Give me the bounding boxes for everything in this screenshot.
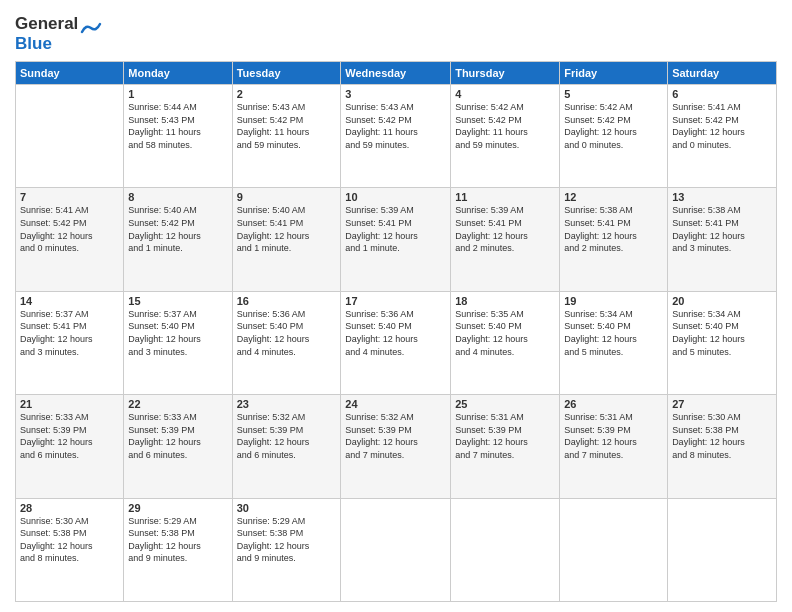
day-number: 22 bbox=[128, 398, 227, 410]
day-info: Sunrise: 5:30 AM Sunset: 5:38 PM Dayligh… bbox=[20, 515, 119, 565]
day-number: 11 bbox=[455, 191, 555, 203]
calendar-cell: 17Sunrise: 5:36 AM Sunset: 5:40 PM Dayli… bbox=[341, 291, 451, 394]
calendar-cell: 27Sunrise: 5:30 AM Sunset: 5:38 PM Dayli… bbox=[668, 395, 777, 498]
day-number: 10 bbox=[345, 191, 446, 203]
calendar-cell: 23Sunrise: 5:32 AM Sunset: 5:39 PM Dayli… bbox=[232, 395, 341, 498]
day-info: Sunrise: 5:36 AM Sunset: 5:40 PM Dayligh… bbox=[345, 308, 446, 358]
day-info: Sunrise: 5:33 AM Sunset: 5:39 PM Dayligh… bbox=[20, 411, 119, 461]
day-info: Sunrise: 5:34 AM Sunset: 5:40 PM Dayligh… bbox=[672, 308, 772, 358]
calendar-cell: 26Sunrise: 5:31 AM Sunset: 5:39 PM Dayli… bbox=[560, 395, 668, 498]
calendar-cell: 4Sunrise: 5:42 AM Sunset: 5:42 PM Daylig… bbox=[451, 85, 560, 188]
calendar-cell: 25Sunrise: 5:31 AM Sunset: 5:39 PM Dayli… bbox=[451, 395, 560, 498]
day-info: Sunrise: 5:40 AM Sunset: 5:42 PM Dayligh… bbox=[128, 204, 227, 254]
calendar-cell: 3Sunrise: 5:43 AM Sunset: 5:42 PM Daylig… bbox=[341, 85, 451, 188]
day-number: 20 bbox=[672, 295, 772, 307]
logo-wave-icon bbox=[80, 18, 102, 40]
day-info: Sunrise: 5:33 AM Sunset: 5:39 PM Dayligh… bbox=[128, 411, 227, 461]
day-number: 29 bbox=[128, 502, 227, 514]
day-number: 17 bbox=[345, 295, 446, 307]
calendar-cell: 9Sunrise: 5:40 AM Sunset: 5:41 PM Daylig… bbox=[232, 188, 341, 291]
day-info: Sunrise: 5:34 AM Sunset: 5:40 PM Dayligh… bbox=[564, 308, 663, 358]
day-number: 5 bbox=[564, 88, 663, 100]
day-info: Sunrise: 5:41 AM Sunset: 5:42 PM Dayligh… bbox=[20, 204, 119, 254]
day-info: Sunrise: 5:44 AM Sunset: 5:43 PM Dayligh… bbox=[128, 101, 227, 151]
header-cell-sunday: Sunday bbox=[16, 62, 124, 85]
day-number: 4 bbox=[455, 88, 555, 100]
calendar-cell: 19Sunrise: 5:34 AM Sunset: 5:40 PM Dayli… bbox=[560, 291, 668, 394]
calendar-cell bbox=[16, 85, 124, 188]
calendar-cell: 14Sunrise: 5:37 AM Sunset: 5:41 PM Dayli… bbox=[16, 291, 124, 394]
week-row-2: 14Sunrise: 5:37 AM Sunset: 5:41 PM Dayli… bbox=[16, 291, 777, 394]
day-number: 23 bbox=[237, 398, 337, 410]
day-number: 12 bbox=[564, 191, 663, 203]
day-number: 13 bbox=[672, 191, 772, 203]
day-info: Sunrise: 5:38 AM Sunset: 5:41 PM Dayligh… bbox=[564, 204, 663, 254]
day-info: Sunrise: 5:42 AM Sunset: 5:42 PM Dayligh… bbox=[455, 101, 555, 151]
day-info: Sunrise: 5:37 AM Sunset: 5:41 PM Dayligh… bbox=[20, 308, 119, 358]
page: General Blue SundayMondayTuesdayWednesda… bbox=[0, 0, 792, 612]
calendar-cell: 21Sunrise: 5:33 AM Sunset: 5:39 PM Dayli… bbox=[16, 395, 124, 498]
week-row-4: 28Sunrise: 5:30 AM Sunset: 5:38 PM Dayli… bbox=[16, 498, 777, 601]
day-number: 9 bbox=[237, 191, 337, 203]
calendar-cell: 30Sunrise: 5:29 AM Sunset: 5:38 PM Dayli… bbox=[232, 498, 341, 601]
calendar-cell: 11Sunrise: 5:39 AM Sunset: 5:41 PM Dayli… bbox=[451, 188, 560, 291]
calendar-table: SundayMondayTuesdayWednesdayThursdayFrid… bbox=[15, 61, 777, 602]
calendar-cell: 10Sunrise: 5:39 AM Sunset: 5:41 PM Dayli… bbox=[341, 188, 451, 291]
calendar-cell bbox=[341, 498, 451, 601]
day-info: Sunrise: 5:31 AM Sunset: 5:39 PM Dayligh… bbox=[564, 411, 663, 461]
calendar-cell: 16Sunrise: 5:36 AM Sunset: 5:40 PM Dayli… bbox=[232, 291, 341, 394]
day-number: 19 bbox=[564, 295, 663, 307]
calendar-cell: 5Sunrise: 5:42 AM Sunset: 5:42 PM Daylig… bbox=[560, 85, 668, 188]
header-cell-wednesday: Wednesday bbox=[341, 62, 451, 85]
calendar-cell: 12Sunrise: 5:38 AM Sunset: 5:41 PM Dayli… bbox=[560, 188, 668, 291]
day-info: Sunrise: 5:37 AM Sunset: 5:40 PM Dayligh… bbox=[128, 308, 227, 358]
day-number: 25 bbox=[455, 398, 555, 410]
header-cell-saturday: Saturday bbox=[668, 62, 777, 85]
calendar-cell: 8Sunrise: 5:40 AM Sunset: 5:42 PM Daylig… bbox=[124, 188, 232, 291]
day-info: Sunrise: 5:38 AM Sunset: 5:41 PM Dayligh… bbox=[672, 204, 772, 254]
logo: General Blue bbox=[15, 14, 102, 53]
day-number: 7 bbox=[20, 191, 119, 203]
day-info: Sunrise: 5:41 AM Sunset: 5:42 PM Dayligh… bbox=[672, 101, 772, 151]
day-number: 6 bbox=[672, 88, 772, 100]
day-info: Sunrise: 5:39 AM Sunset: 5:41 PM Dayligh… bbox=[345, 204, 446, 254]
day-number: 30 bbox=[237, 502, 337, 514]
week-row-3: 21Sunrise: 5:33 AM Sunset: 5:39 PM Dayli… bbox=[16, 395, 777, 498]
day-info: Sunrise: 5:42 AM Sunset: 5:42 PM Dayligh… bbox=[564, 101, 663, 151]
header-row: SundayMondayTuesdayWednesdayThursdayFrid… bbox=[16, 62, 777, 85]
header-cell-friday: Friday bbox=[560, 62, 668, 85]
header-cell-thursday: Thursday bbox=[451, 62, 560, 85]
calendar-cell: 2Sunrise: 5:43 AM Sunset: 5:42 PM Daylig… bbox=[232, 85, 341, 188]
day-number: 24 bbox=[345, 398, 446, 410]
day-info: Sunrise: 5:32 AM Sunset: 5:39 PM Dayligh… bbox=[345, 411, 446, 461]
calendar-cell: 20Sunrise: 5:34 AM Sunset: 5:40 PM Dayli… bbox=[668, 291, 777, 394]
calendar-cell: 22Sunrise: 5:33 AM Sunset: 5:39 PM Dayli… bbox=[124, 395, 232, 498]
day-number: 16 bbox=[237, 295, 337, 307]
logo-general: General bbox=[15, 14, 78, 34]
day-info: Sunrise: 5:43 AM Sunset: 5:42 PM Dayligh… bbox=[345, 101, 446, 151]
day-number: 28 bbox=[20, 502, 119, 514]
day-info: Sunrise: 5:36 AM Sunset: 5:40 PM Dayligh… bbox=[237, 308, 337, 358]
day-number: 27 bbox=[672, 398, 772, 410]
calendar-cell: 6Sunrise: 5:41 AM Sunset: 5:42 PM Daylig… bbox=[668, 85, 777, 188]
day-number: 3 bbox=[345, 88, 446, 100]
day-number: 18 bbox=[455, 295, 555, 307]
calendar-body: 1Sunrise: 5:44 AM Sunset: 5:43 PM Daylig… bbox=[16, 85, 777, 602]
day-info: Sunrise: 5:31 AM Sunset: 5:39 PM Dayligh… bbox=[455, 411, 555, 461]
day-number: 15 bbox=[128, 295, 227, 307]
calendar-cell: 29Sunrise: 5:29 AM Sunset: 5:38 PM Dayli… bbox=[124, 498, 232, 601]
day-info: Sunrise: 5:39 AM Sunset: 5:41 PM Dayligh… bbox=[455, 204, 555, 254]
logo-blue: Blue bbox=[15, 34, 78, 54]
day-number: 26 bbox=[564, 398, 663, 410]
calendar-cell bbox=[560, 498, 668, 601]
calendar-header: SundayMondayTuesdayWednesdayThursdayFrid… bbox=[16, 62, 777, 85]
header-cell-tuesday: Tuesday bbox=[232, 62, 341, 85]
header: General Blue bbox=[15, 10, 777, 53]
day-info: Sunrise: 5:43 AM Sunset: 5:42 PM Dayligh… bbox=[237, 101, 337, 151]
day-info: Sunrise: 5:40 AM Sunset: 5:41 PM Dayligh… bbox=[237, 204, 337, 254]
calendar-cell: 18Sunrise: 5:35 AM Sunset: 5:40 PM Dayli… bbox=[451, 291, 560, 394]
day-info: Sunrise: 5:29 AM Sunset: 5:38 PM Dayligh… bbox=[237, 515, 337, 565]
day-number: 8 bbox=[128, 191, 227, 203]
calendar-cell bbox=[668, 498, 777, 601]
day-info: Sunrise: 5:32 AM Sunset: 5:39 PM Dayligh… bbox=[237, 411, 337, 461]
